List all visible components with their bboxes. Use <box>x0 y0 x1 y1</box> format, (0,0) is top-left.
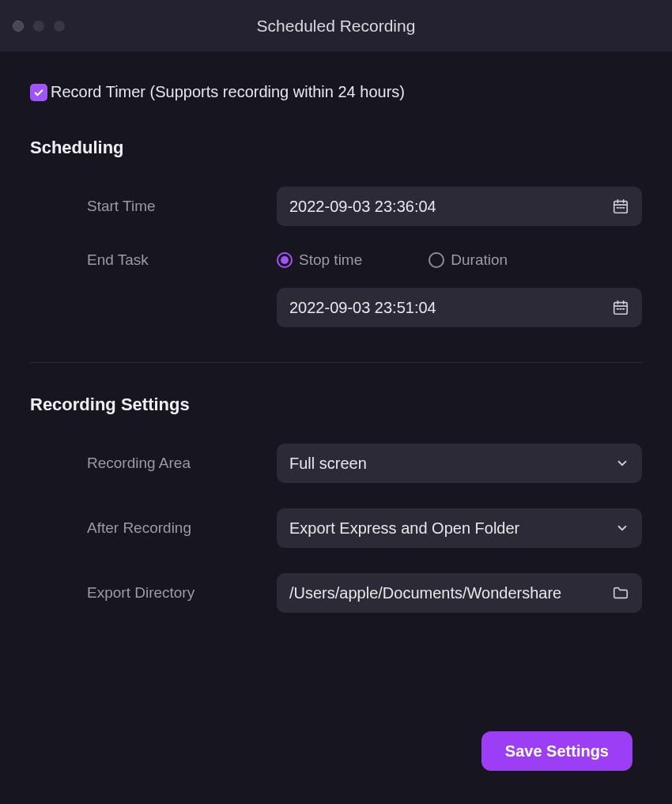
export-directory-row: Export Directory /Users/apple/Documents/… <box>30 573 642 613</box>
end-time-value: 2022-09-03 23:51:04 <box>289 299 602 317</box>
after-recording-label: After Recording <box>30 519 277 537</box>
export-directory-field[interactable]: /Users/apple/Documents/Wondershare <box>277 573 642 613</box>
radio-icon <box>277 252 293 268</box>
record-timer-checkbox[interactable] <box>30 84 47 101</box>
after-recording-select[interactable]: Export Express and Open Folder <box>277 508 642 548</box>
export-directory-value: /Users/apple/Documents/Wondershare <box>289 584 602 602</box>
recording-area-value: Full screen <box>289 455 606 473</box>
recording-area-select[interactable]: Full screen <box>277 444 642 483</box>
end-task-label: End Task <box>30 251 277 269</box>
window-controls <box>13 21 65 32</box>
stop-time-radio[interactable]: Stop time <box>277 251 362 269</box>
calendar-icon[interactable] <box>612 299 629 316</box>
svg-rect-1 <box>614 303 628 315</box>
start-time-label: Start Time <box>30 198 277 215</box>
start-time-row: Start Time 2022-09-03 23:36:04 <box>30 187 642 226</box>
end-time-field[interactable]: 2022-09-03 23:51:04 <box>277 288 642 327</box>
after-recording-value: Export Express and Open Folder <box>289 519 606 538</box>
window-title: Scheduled Recording <box>0 17 672 36</box>
scheduling-heading: Scheduling <box>30 138 642 158</box>
recording-settings-heading: Recording Settings <box>30 394 642 415</box>
end-task-row: End Task Stop time Duration <box>30 251 642 269</box>
check-icon <box>33 87 44 98</box>
start-time-value: 2022-09-03 23:36:04 <box>289 198 602 216</box>
stop-time-radio-label: Stop time <box>299 251 362 269</box>
content-area: Record Timer (Supports recording within … <box>0 51 672 804</box>
maximize-window-button[interactable] <box>54 21 65 32</box>
duration-radio[interactable]: Duration <box>428 251 508 269</box>
save-settings-button[interactable]: Save Settings <box>481 731 632 771</box>
duration-radio-label: Duration <box>451 251 508 269</box>
record-timer-label: Record Timer (Supports recording within … <box>51 83 405 101</box>
section-divider <box>30 362 642 363</box>
recording-area-row: Recording Area Full screen <box>30 444 642 483</box>
titlebar: Scheduled Recording <box>0 0 672 51</box>
recording-area-label: Recording Area <box>30 455 277 472</box>
start-time-field[interactable]: 2022-09-03 23:36:04 <box>277 187 642 226</box>
chevron-down-icon <box>615 456 629 470</box>
record-timer-row[interactable]: Record Timer (Supports recording within … <box>30 83 642 101</box>
after-recording-row: After Recording Export Express and Open … <box>30 508 642 548</box>
chevron-down-icon <box>615 521 629 535</box>
end-time-row: 2022-09-03 23:51:04 <box>30 288 642 327</box>
export-directory-label: Export Directory <box>30 584 277 602</box>
svg-rect-0 <box>614 202 628 213</box>
calendar-icon[interactable] <box>612 198 629 215</box>
footer: Save Settings <box>30 731 642 780</box>
radio-icon <box>428 252 444 268</box>
minimize-window-button[interactable] <box>33 21 44 32</box>
end-task-radios: Stop time Duration <box>277 251 508 269</box>
folder-icon[interactable] <box>612 584 629 602</box>
close-window-button[interactable] <box>13 21 24 32</box>
